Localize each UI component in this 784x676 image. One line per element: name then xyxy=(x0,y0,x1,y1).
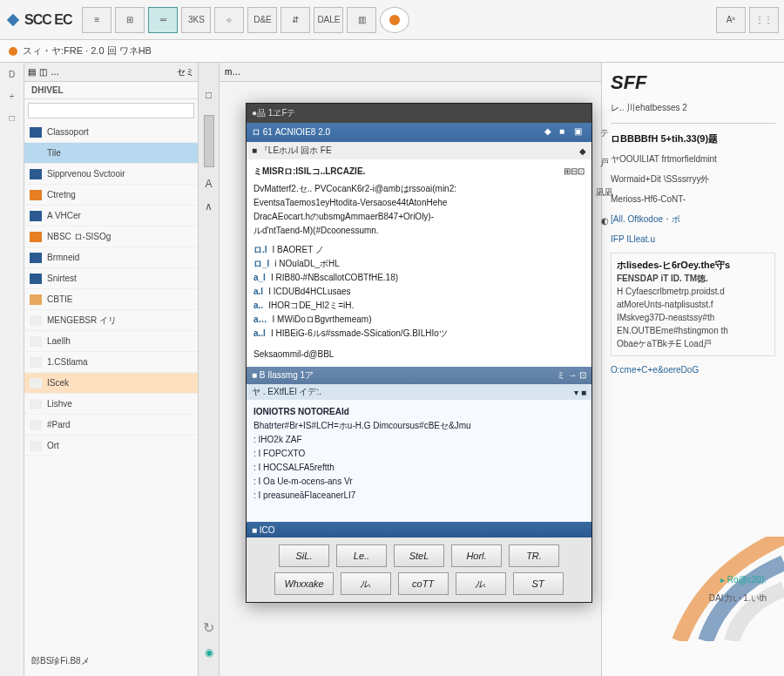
dialog-titlebar[interactable]: ●品 1ヱFテ xyxy=(247,104,591,123)
toolbar-button-1[interactable]: ⊞ xyxy=(115,7,145,33)
list-item[interactable]: Lishve xyxy=(24,394,198,415)
lower-list-item: : I preasuneāFIaceanerLI7 xyxy=(253,489,585,503)
list-item[interactable]: 1.CStlama xyxy=(24,352,198,373)
dialog-button[interactable]: SiL. xyxy=(279,544,329,567)
line-index: a.. xyxy=(253,299,263,313)
rp-badge2[interactable]: DAI力い 1.いth xyxy=(709,592,767,605)
dialog-header-icon-0[interactable]: ◆ xyxy=(544,126,557,139)
line-index: ロ.l xyxy=(253,243,267,257)
color-swatch-icon xyxy=(30,169,42,179)
dialog-body-icon-2[interactable]: ⊡ xyxy=(578,165,585,179)
left-panel-header: DHIVEL xyxy=(24,82,198,99)
rp-card-l4: ObaeケaTBkチE Load戸 xyxy=(617,337,769,350)
list-item[interactable]: NBSC ロ-SISOg xyxy=(24,226,198,247)
toolbar-button-3[interactable]: 3KS xyxy=(181,7,211,33)
dialog-button[interactable]: coTT xyxy=(398,572,449,595)
dialog-subtoolbar-text: ■ 『LEホルl 回ホ FE xyxy=(252,145,332,157)
list-item[interactable]: Classoport xyxy=(24,122,198,143)
line-text: I MWiDoロBgvrthemeam) xyxy=(273,313,372,327)
toolbar-button-2[interactable]: ═ xyxy=(148,7,178,33)
list-item-label: Laellh xyxy=(47,336,193,346)
dialog-button[interactable]: ル. xyxy=(341,572,391,595)
list-item[interactable]: Brmneid xyxy=(24,247,198,268)
list-item[interactable]: Snirtest xyxy=(24,268,198,289)
list-item-label: NBSC ロ-SISOg xyxy=(47,231,193,243)
gutter-btn-0[interactable]: □ xyxy=(206,89,212,101)
side-item-0[interactable]: テ xyxy=(600,127,609,139)
breadcrumb-bar: スィ・ヤ:FRE · 2.0 回 ワネHB xyxy=(0,40,784,63)
list-item[interactable]: #Pard xyxy=(24,415,198,436)
toolbar-right-0[interactable]: Aᵃ xyxy=(716,7,746,33)
dialog-status-text: ■ ICO xyxy=(252,525,275,535)
dialog-button[interactable]: TR. xyxy=(509,544,559,567)
center-tab-label: m… xyxy=(225,67,240,77)
lp-tool-1[interactable]: ◫ xyxy=(39,67,47,77)
rp-link-1[interactable]: [All. Oftkodoe・ボ xyxy=(611,213,775,226)
rp-footer-link[interactable]: O:cme+C+e&oereDoG xyxy=(611,363,775,376)
side-item-1[interactable]: 戸 xyxy=(600,157,609,169)
lp-tool-0[interactable]: ▤ xyxy=(28,67,36,77)
rp-link-2[interactable]: IFP ILleat.u xyxy=(611,233,775,246)
gutter-loop-icon[interactable]: ↻ xyxy=(203,619,214,636)
list-item[interactable]: CBTIE xyxy=(24,289,198,310)
lp-tool-2[interactable]: … xyxy=(51,67,59,77)
dialog-button[interactable]: SteL xyxy=(394,544,444,567)
lp-tabs-right[interactable]: セミ xyxy=(177,66,194,78)
dialog-lower-toolbar-right[interactable]: ▾ ■ xyxy=(574,388,586,397)
list-item[interactable]: Laellh xyxy=(24,331,198,352)
list-item[interactable]: Ctretng xyxy=(24,185,198,206)
line-index: a_l xyxy=(253,271,266,285)
color-swatch-icon xyxy=(30,378,42,389)
list-item[interactable]: IScek xyxy=(24,373,198,394)
dialog-filter-label: ■ B Ilassmg 1ア xyxy=(252,369,314,382)
rp-badge1[interactable]: ▸ Ro@c20). xyxy=(720,575,767,585)
side-item-2[interactable]: 凪凪 xyxy=(596,186,613,199)
side-item-3[interactable]: ◐ xyxy=(601,216,609,226)
dialog-button[interactable]: Horl. xyxy=(451,544,502,567)
rp-line-0: ヤOOUILIAT frtmorfieldmint xyxy=(611,152,775,166)
list-item-label: IScek xyxy=(47,378,193,388)
list-item[interactable]: Tile xyxy=(24,143,198,164)
color-swatch-icon xyxy=(30,127,42,138)
list-item[interactable]: A VHCer xyxy=(24,206,198,226)
gutter-scrollbar[interactable] xyxy=(204,115,214,167)
gutter-btn-2[interactable]: ∧ xyxy=(205,200,213,213)
toolbar-button-7[interactable]: DALE xyxy=(314,7,343,33)
toolbar-button-9[interactable] xyxy=(380,7,409,33)
rail-item-0[interactable]: D xyxy=(9,70,15,79)
toolbar-button-0[interactable]: ≡ xyxy=(82,7,112,33)
code-line: a..lI HIBEiG-6ルs#ssmade-SSication/G.BILH… xyxy=(253,327,585,341)
dialog-button[interactable]: Le.. xyxy=(336,544,387,567)
toolbar-button-6[interactable]: ⇵ xyxy=(280,7,310,33)
rail-item-1[interactable]: ÷ xyxy=(10,91,15,101)
dialog-button[interactable]: ST xyxy=(513,572,564,595)
code-line: a_lI RIB80-#NBscallotCOBTfHE.18) xyxy=(253,271,585,285)
dialog-button[interactable]: Whxxake xyxy=(274,572,333,595)
toolbar-button-4[interactable]: ⟐ xyxy=(214,7,244,33)
list-item-label: Sipprvenou Svctooir xyxy=(47,169,193,179)
rail-item-2[interactable]: □ xyxy=(9,113,14,123)
toolbar-right-1[interactable]: ⋮⋮ xyxy=(749,7,779,33)
dialog-filter-right[interactable]: ミ → ⊡ xyxy=(557,369,586,382)
line-text: I ICDUBd4HCLusaes xyxy=(268,285,350,299)
toolbar-button-5[interactable]: D&E xyxy=(247,7,277,33)
list-item[interactable]: Sipprvenou Svctooir xyxy=(24,164,198,185)
code-line: a.lI ICDUBd4HCLusaes xyxy=(253,285,585,299)
dialog-header-icon-1[interactable]: ■ xyxy=(559,126,571,139)
dialog-lower-toolbar-text: ヤ . EXtfLEl イデ:. xyxy=(252,386,321,398)
gutter-btn-1[interactable]: A xyxy=(205,178,212,190)
dialog-header-icon-2[interactable]: ▣ xyxy=(574,126,586,139)
line-text: i NOulaDL_ボHL xyxy=(274,257,339,271)
dialog-body-icon-1[interactable]: ⊟ xyxy=(571,165,578,179)
dialog-statusbar: ■ ICO xyxy=(247,522,591,537)
left-panel-search[interactable] xyxy=(28,103,194,118)
list-item[interactable]: MENGEBSR イリ xyxy=(24,310,198,331)
line-index: a… xyxy=(253,313,267,327)
dialog-button[interactable]: ル. xyxy=(456,572,506,595)
center-tab[interactable]: m… xyxy=(220,63,601,82)
toolbar-button-8[interactable]: ▥ xyxy=(347,7,376,33)
list-item[interactable]: Ort xyxy=(24,436,198,456)
gutter-dot-icon[interactable]: ◉ xyxy=(205,646,213,659)
dialog-body-icon-0[interactable]: ⊞ xyxy=(564,165,571,179)
dialog-subtoolbar-icon[interactable]: ◆ xyxy=(579,146,586,156)
